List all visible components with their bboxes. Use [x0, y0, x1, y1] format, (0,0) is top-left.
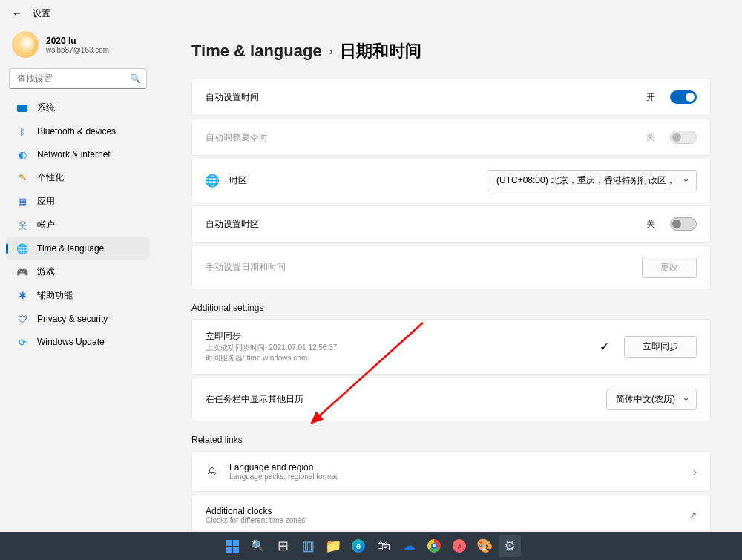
toggle-auto-timezone[interactable] — [670, 217, 697, 231]
globe-icon: 🌐 — [206, 174, 219, 188]
accounts-icon: 웃 — [16, 220, 28, 231]
chevron-right-icon: › — [329, 45, 333, 57]
timezone-dropdown[interactable]: (UTC+08:00) 北京，重庆，香港特别行政区， — [487, 170, 697, 191]
timezone-label: 时区 — [229, 174, 476, 187]
auto-time-status: 开 — [646, 91, 655, 104]
search-input[interactable] — [9, 68, 147, 89]
row-dst: 自动调整夏令时 关 — [191, 119, 711, 156]
user-email: wslbb87@163.com — [46, 46, 109, 54]
windows-icon — [226, 540, 239, 553]
external-link-icon: ↗ — [689, 510, 697, 521]
row-sync: 立即同步 上次成功同步时间: 2021.07.01 12:56:37 时间服务器… — [191, 319, 711, 375]
taskbar: 🔍 ⊞ ▥ 📁 e 🛍 ☁ ♪ 🎨 ⚙ — [0, 532, 742, 560]
section-related: Related links — [191, 435, 711, 445]
lang-region-title: Language and region — [229, 462, 683, 472]
store-icon: 🛍 — [377, 538, 390, 554]
auto-tz-label: 自动设置时区 — [206, 218, 636, 231]
gaming-icon: 🎮 — [16, 266, 28, 278]
breadcrumb: Time & language › 日期和时间 — [191, 40, 711, 62]
taskbar-taskview[interactable]: ⊞ — [272, 535, 294, 557]
accessibility-icon: ✱ — [16, 290, 28, 302]
shield-icon: 🛡 — [16, 313, 28, 325]
globe-icon: 🌐 — [16, 243, 28, 254]
auto-time-label: 自动设置时间 — [206, 91, 636, 104]
toggle-dst — [670, 131, 697, 144]
checkmark-icon: ✓ — [600, 340, 609, 354]
dst-status: 关 — [646, 131, 655, 144]
taskbar-onedrive[interactable]: ☁ — [398, 535, 420, 557]
sync-server: 时间服务器: time.windows.com — [206, 353, 589, 363]
taskbar-explorer[interactable]: 📁 — [322, 535, 344, 557]
row-manual: 手动设置日期和时间 更改 — [191, 246, 711, 289]
taskbar-app1[interactable]: ♪ — [448, 535, 470, 557]
nav-privacy[interactable]: 🛡Privacy & security — [6, 308, 150, 330]
nav-accessibility[interactable]: ✱辅助功能 — [6, 284, 150, 307]
search-icon: 🔍 — [251, 539, 265, 553]
avatar — [12, 31, 39, 58]
nav-personalization[interactable]: ✎个性化 — [6, 166, 150, 189]
edge-icon: e — [352, 539, 365, 553]
section-additional: Additional settings — [191, 303, 711, 313]
user-name: 2020 lu — [46, 36, 109, 46]
taskview-icon: ⊞ — [278, 538, 289, 554]
taskbar-app2[interactable]: 🎨 — [473, 535, 496, 557]
taskbar-cal-dropdown[interactable]: 简体中文(农历) — [606, 389, 697, 410]
start-button[interactable] — [221, 535, 243, 557]
back-button[interactable]: ← — [12, 7, 22, 19]
folder-icon: 📁 — [325, 538, 341, 554]
nav-time-language[interactable]: 🌐Time & language — [6, 237, 150, 260]
row-language-region[interactable]: 🕭 Language and region Language packs, re… — [191, 451, 711, 492]
row-auto-timezone: 自动设置时区 关 — [191, 205, 711, 243]
taskbar-widgets[interactable]: ▥ — [297, 535, 319, 557]
dst-label: 自动调整夏令时 — [206, 131, 636, 144]
brush-icon: ✎ — [16, 172, 28, 184]
nav-network[interactable]: ◐Network & internet — [6, 143, 150, 165]
chevron-right-icon: › — [693, 466, 697, 478]
nav-accounts[interactable]: 웃帐户 — [6, 214, 150, 237]
wifi-icon: ◐ — [16, 148, 28, 160]
taskbar-store[interactable]: 🛍 — [372, 535, 395, 557]
taskbar-cal-label: 在任务栏中显示其他日历 — [206, 393, 596, 406]
nav-gaming[interactable]: 🎮游戏 — [6, 260, 150, 283]
widgets-icon: ▥ — [302, 538, 315, 554]
system-icon — [16, 102, 28, 114]
add-clocks-title: Additional clocks — [206, 506, 679, 516]
update-icon: ⟳ — [16, 336, 28, 348]
change-button: 更改 — [642, 257, 697, 278]
language-icon: 🕭 — [206, 465, 219, 478]
taskbar-chrome[interactable] — [423, 535, 445, 557]
add-clocks-sub: Clocks for different time zones — [206, 516, 679, 524]
nav-apps[interactable]: ▦应用 — [6, 190, 150, 213]
breadcrumb-parent[interactable]: Time & language — [191, 42, 322, 61]
toggle-auto-time[interactable] — [670, 90, 697, 104]
sync-now-button[interactable]: 立即同步 — [624, 336, 697, 358]
sync-last: 上次成功同步时间: 2021.07.01 12:56:37 — [206, 343, 589, 353]
taskbar-search[interactable]: 🔍 — [246, 535, 269, 557]
main-content: Time & language › 日期和时间 自动设置时间 开 自动调整夏令时… — [191, 30, 711, 530]
nav-bluetooth[interactable]: ᛒBluetooth & devices — [6, 120, 150, 142]
row-auto-time: 自动设置时间 开 — [191, 79, 711, 116]
taskbar-settings[interactable]: ⚙ — [499, 535, 521, 557]
breadcrumb-current: 日期和时间 — [340, 40, 421, 62]
user-block[interactable]: 2020 lu wslbb87@163.com — [3, 27, 153, 68]
apps-icon: ▦ — [16, 196, 28, 208]
nav-windows-update[interactable]: ⟳Windows Update — [6, 331, 150, 353]
sync-title: 立即同步 — [206, 330, 589, 343]
search-icon: 🔍 — [130, 73, 141, 84]
row-timezone: 🌐 时区 (UTC+08:00) 北京，重庆，香港特别行政区， — [191, 159, 711, 202]
lang-region-sub: Language packs, regional format — [229, 472, 683, 481]
taskbar-edge[interactable]: e — [347, 535, 370, 557]
manual-label: 手动设置日期和时间 — [206, 261, 631, 274]
nav-system[interactable]: 系统 — [6, 96, 150, 119]
row-additional-clocks[interactable]: Additional clocks Clocks for different t… — [191, 495, 711, 530]
bluetooth-icon: ᛒ — [16, 125, 28, 137]
app-title: 设置 — [33, 7, 50, 20]
sidebar: 2020 lu wslbb87@163.com 🔍 系统 ᛒBluetooth … — [0, 27, 156, 354]
cloud-icon: ☁ — [402, 538, 416, 554]
gear-icon: ⚙ — [504, 538, 516, 554]
row-taskbar-calendar: 在任务栏中显示其他日历 简体中文(农历) — [191, 378, 711, 421]
music-icon: ♪ — [453, 539, 466, 553]
search-box[interactable]: 🔍 — [9, 68, 147, 89]
palette-icon: 🎨 — [476, 538, 493, 554]
auto-tz-status: 关 — [646, 218, 655, 231]
